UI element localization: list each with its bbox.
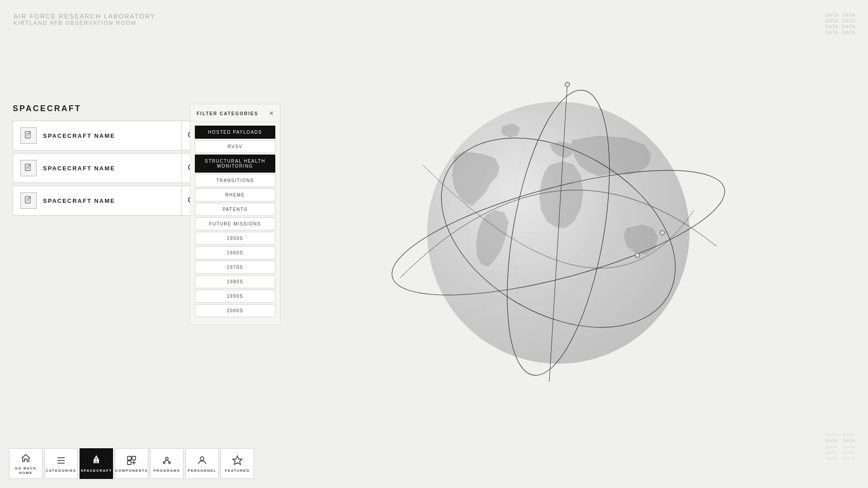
globe-container [249, 23, 868, 443]
spacecraft-doc-icon-2 [20, 192, 37, 209]
spacecraft-item-2: SPACECRAFT NAME [13, 186, 203, 216]
spacecraft-card-1[interactable]: SPACECRAFT NAME [13, 153, 182, 183]
bottom-nav: GO BACK HOME CATEGORIES SPACECRAFT COMPO… [9, 448, 254, 479]
svg-rect-47 [132, 456, 136, 460]
svg-point-51 [169, 462, 170, 464]
svg-point-54 [200, 457, 204, 460]
filter-item-2[interactable]: STRUCTURAL HEALTH MONITORING [195, 155, 275, 173]
filter-item-6[interactable]: FUTURE MISSIONS [195, 217, 275, 230]
nav-item-spacecraft[interactable]: SPACECRAFT [80, 448, 113, 479]
nav-item-star[interactable]: FEATURED [221, 448, 254, 479]
spacecraft-name-1: SPACECRAFT NAME [43, 165, 115, 172]
spacecraft-list: SPACECRAFT NAME [13, 121, 203, 216]
filter-item-4[interactable]: RHEME [195, 188, 275, 202]
home-icon [19, 452, 32, 465]
svg-line-53 [167, 460, 170, 462]
spacecraft-section-title: SPACECRAFT [13, 104, 203, 113]
spacecraft-name-0: SPACECRAFT NAME [43, 132, 115, 139]
svg-point-50 [163, 462, 165, 464]
nav-label-3: COMPONENTS [115, 469, 148, 473]
star-icon [231, 454, 244, 467]
svg-point-49 [165, 457, 168, 460]
header-line1: AIR FORCE RESEARCH LABORATORY [14, 13, 156, 20]
spacecraft-card-0[interactable]: SPACECRAFT NAME [13, 121, 182, 150]
nav-label-1: CATEGORIES [46, 469, 76, 473]
nav-label-5: PERSONNEL [188, 469, 216, 473]
nav-label-6: FEATURED [225, 469, 250, 473]
nav-item-list[interactable]: CATEGORIES [44, 448, 78, 479]
filter-close-button[interactable]: × [269, 110, 274, 117]
satellite-dot-1 [565, 82, 570, 87]
filter-list: HOSTED PAYLOADSRVSVSTRUCTURAL HEALTH MON… [190, 122, 280, 321]
spacecraft-item-0: SPACECRAFT NAME [13, 121, 203, 150]
components-icon [125, 454, 138, 467]
filter-item-3[interactable]: TRANSITIONS [195, 174, 275, 187]
nav-item-components[interactable]: COMPONENTS [115, 448, 148, 479]
spacecraft-panel: SPACECRAFT SPACECRAFT NAME [13, 104, 203, 216]
nav-label-4: PROGRAMS [153, 469, 180, 473]
filter-item-7[interactable]: 1950s [195, 232, 275, 245]
nav-label-0: GO BACK HOME [9, 466, 42, 475]
spacecraft-icon [90, 454, 103, 467]
orbit-paths [377, 75, 739, 391]
filter-item-9[interactable]: 1970s [195, 261, 275, 274]
svg-line-52 [164, 460, 167, 462]
filter-panel: FILTER CATEGORIES × HOSTED PAYLOADSRVSVS… [190, 104, 280, 325]
filter-item-1[interactable]: RVSV [195, 140, 275, 153]
nav-item-home[interactable]: GO BACK HOME [9, 448, 42, 479]
filter-item-11[interactable]: 1990s [195, 290, 275, 303]
spacecraft-card-2[interactable]: SPACECRAFT NAME [13, 186, 182, 216]
spacecraft-doc-icon-1 [20, 160, 37, 176]
spacecraft-name-2: SPACECRAFT NAME [43, 197, 115, 204]
nav-item-personnel[interactable]: PERSONNEL [185, 448, 219, 479]
satellite-dot-3 [635, 253, 640, 258]
svg-rect-48 [127, 461, 131, 465]
svg-point-45 [96, 460, 97, 461]
nav-label-2: SPACECRAFT [80, 469, 112, 473]
filter-item-8[interactable]: 1960s [195, 246, 275, 259]
svg-marker-55 [233, 456, 242, 465]
filter-header: FILTER CATEGORIES × [190, 104, 280, 122]
filter-item-0[interactable]: HOSTED PAYLOADS [195, 126, 275, 139]
filter-panel-title: FILTER CATEGORIES [197, 111, 258, 116]
svg-line-10 [549, 84, 567, 382]
list-icon [55, 454, 67, 467]
filter-item-12[interactable]: 2000s [195, 304, 275, 317]
satellite-dot-2 [660, 230, 665, 235]
globe-wrapper [400, 75, 717, 391]
programs-icon [160, 454, 173, 467]
bottom-right-data-2: DATA DATA DATA DATA DATA DATA DATA DATA [826, 439, 855, 461]
nav-item-programs[interactable]: PROGRAMS [150, 448, 184, 479]
header: AIR FORCE RESEARCH LABORATORY KIRTLAND A… [14, 13, 156, 26]
filter-item-5[interactable]: PATENTS [195, 203, 275, 216]
svg-rect-46 [127, 456, 131, 460]
spacecraft-doc-icon-0 [20, 127, 37, 144]
personnel-icon [196, 454, 208, 467]
header-line2: KIRTLAND AFB OBSERVATION ROOM [14, 20, 156, 26]
filter-item-10[interactable]: 1980s [195, 275, 275, 288]
spacecraft-item-1: SPACECRAFT NAME [13, 153, 203, 183]
